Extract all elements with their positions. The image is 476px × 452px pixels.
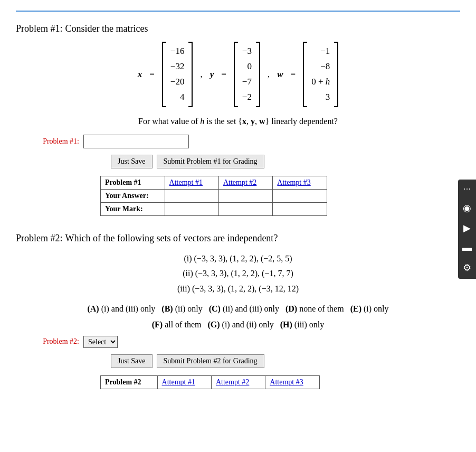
- problem1-your-mark-label: Your Mark:: [101, 202, 165, 215]
- problem2-sets: (i) (−3, 3, 3), (1, 2, 2), (−2, 5, 5) (i…: [16, 251, 460, 297]
- problem1-submit-button[interactable]: Submit Problem #1 for Grading: [157, 155, 264, 168]
- toolbar-video-icon[interactable]: ▶: [460, 220, 474, 236]
- problem1-attempt2-header[interactable]: Attempt #2: [218, 176, 272, 189]
- problem2-title: Problem #2: Which of the following sets …: [16, 232, 460, 244]
- problem2-just-save-button[interactable]: Just Save: [111, 354, 153, 368]
- problem2-options-row1: (A) (i) and (iii) only (B) (ii) only (C)…: [16, 304, 460, 314]
- problem1-your-answer-label: Your Answer:: [101, 189, 165, 202]
- problem2-select-row: Problem #2: Select A B C D E F G H: [16, 336, 460, 348]
- problem1-title: Problem #1: Consider the matrices: [16, 22, 460, 34]
- problem1-question: For what value of h is the set {x, y, w}…: [16, 117, 460, 126]
- problem1-attempt3-header[interactable]: Attempt #3: [273, 176, 327, 189]
- problem2-select[interactable]: Select A B C D E F G H: [83, 336, 118, 348]
- problem1-button-row: Just Save Submit Problem #1 for Grading: [16, 155, 460, 168]
- matrix-w: −1 −8 0 + h 3: [303, 42, 338, 107]
- problem1-answer-input[interactable]: [83, 135, 189, 148]
- matrix-equation: x = −16 −32 −20 4 , y = −3 0: [16, 42, 460, 107]
- problem2-attempt2-header[interactable]: Attempt #2: [211, 375, 265, 389]
- matrix-y-label: y: [210, 69, 214, 80]
- problem2-section: Problem #2: Which of the following sets …: [16, 232, 460, 389]
- problem2-button-row: Just Save Submit Problem #2 for Grading: [16, 354, 460, 368]
- problem1-table-header-label: Problem #1: [101, 176, 165, 189]
- problem1-attempt1-header[interactable]: Attempt #1: [165, 176, 218, 189]
- matrix-x: −16 −32 −20 4: [162, 42, 193, 107]
- toolbar-dots-icon[interactable]: ⋯: [460, 183, 474, 196]
- problem2-set-iii: (iii) (−3, 3, 3), (1, 2, 2), (−3, 12, 12…: [16, 281, 460, 297]
- problem2-attempt-table: Problem #2 Attempt #1 Attempt #2 Attempt…: [100, 375, 320, 389]
- problem1-input-row: Problem #1:: [16, 135, 460, 148]
- problem1-section: Problem #1: Consider the matrices x = −1…: [16, 22, 460, 216]
- toolbar-screen-icon[interactable]: ▬: [460, 240, 474, 256]
- right-toolbar: ⋯ ◉ ▶ ▬ ⚙: [458, 180, 476, 279]
- matrix-x-label: x: [138, 69, 142, 80]
- matrix-y: −3 0 −7 −2: [234, 42, 260, 107]
- problem2-attempt1-header[interactable]: Attempt #1: [157, 375, 211, 389]
- problem2-set-i: (i) (−3, 3, 3), (1, 2, 2), (−2, 5, 5): [16, 251, 460, 267]
- problem1-attempt-table: Problem #1 Attempt #1 Attempt #2 Attempt…: [100, 176, 327, 216]
- matrix-w-label: w: [277, 69, 283, 80]
- problem2-set-ii: (ii) (−3, 3, 3), (1, 2, 2), (−1, 7, 7): [16, 266, 460, 281]
- problem1-just-save-button[interactable]: Just Save: [111, 155, 153, 168]
- problem2-attempt3-header[interactable]: Attempt #3: [265, 375, 319, 389]
- toolbar-camera-icon[interactable]: ◉: [460, 200, 474, 216]
- problem2-submit-button[interactable]: Submit Problem #2 for Grading: [157, 354, 264, 368]
- problem2-label: Problem #2:: [26, 337, 79, 346]
- toolbar-settings-icon[interactable]: ⚙: [460, 260, 474, 276]
- problem1-label: Problem #1:: [26, 137, 79, 146]
- problem2-options-row2: (F) all of them (G) (i) and (ii) only (H…: [16, 320, 460, 329]
- problem2-table-header-label: Problem #2: [101, 375, 158, 389]
